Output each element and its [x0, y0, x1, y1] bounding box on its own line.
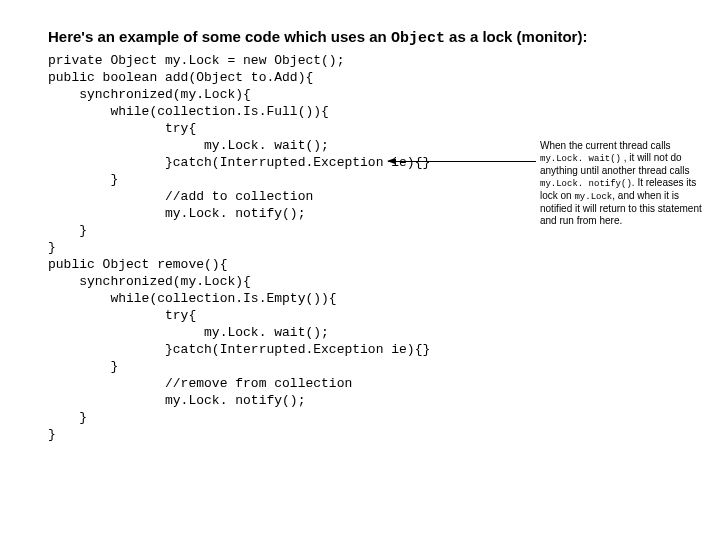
annotation-text: When the current thread calls my.Lock. w…: [540, 140, 708, 227]
annotation-arrow: [388, 161, 536, 162]
anno-t1: When the current thread calls: [540, 140, 671, 151]
code-block: private Object my.Lock = new Object(); p…: [48, 52, 430, 443]
heading-suffix: as a lock (monitor):: [445, 28, 588, 45]
anno-m3: my.Lock: [574, 192, 612, 202]
heading-prefix: Here's an example of some code which use…: [48, 28, 391, 45]
heading: Here's an example of some code which use…: [48, 28, 587, 47]
heading-mono: Object: [391, 30, 445, 47]
anno-m2: my.Lock. notify(): [540, 179, 632, 189]
anno-m1: my.Lock. wait(): [540, 154, 621, 164]
